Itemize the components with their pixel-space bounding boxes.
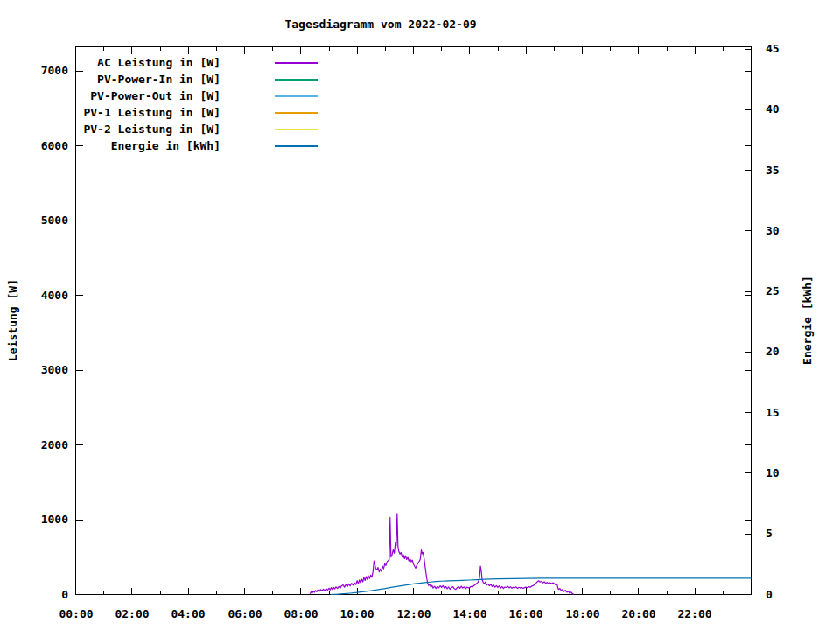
series-line-ac-leistung-in-w (310, 514, 573, 595)
legend-item-pv-power-out-in-w: PV-Power-Out in [W] (0, 88, 368, 105)
x-axis-tick-label: 22:00 (667, 607, 723, 621)
x-axis-tick-label: 10:00 (329, 607, 385, 621)
legend-label: PV-1 Leistung in [W] (0, 106, 220, 120)
legend-label: PV-2 Leistung in [W] (0, 122, 220, 136)
left-axis-tick-label: 7000 (35, 64, 68, 78)
legend-line-sample (275, 112, 318, 114)
right-axis-tick-label: 45 (766, 42, 780, 56)
left-axis-tick-label: 1000 (35, 513, 68, 527)
daily-pv-chart: Tagesdiagramm vom 2022-02-09 Leistung [W… (0, 0, 840, 630)
left-axis-tick-label: 2000 (35, 438, 68, 452)
x-axis-tick-label: 16:00 (498, 607, 554, 621)
legend-item-pv-1-leistung-in-w: PV-1 Leistung in [W] (0, 105, 368, 122)
right-axis-tick-label: 30 (766, 224, 780, 238)
left-axis-tick-label: 0 (35, 588, 68, 602)
x-axis-tick-label: 12:00 (386, 607, 442, 621)
legend-label: AC Leistung in [W] (0, 56, 220, 70)
left-axis-tick-label: 3000 (35, 363, 68, 377)
x-axis-tick-label: 14:00 (442, 607, 498, 621)
legend-label: PV-Power-In in [W] (0, 73, 220, 87)
legend-label: Energie in [kWh] (0, 139, 220, 153)
legend-label: PV-Power-Out in [W] (0, 89, 220, 103)
x-axis-tick-label: 00:00 (48, 607, 104, 621)
chart-title: Tagesdiagramm vom 2022-02-09 (0, 18, 761, 32)
right-axis-tick-label: 15 (766, 406, 780, 420)
legend-line-sample (275, 145, 318, 147)
series-line-energie-in-kwh (331, 578, 752, 595)
x-axis-tick-label: 04:00 (160, 607, 216, 621)
right-axis-tick-label: 0 (766, 588, 773, 602)
right-axis-tick-label: 5 (766, 527, 773, 541)
left-axis-title: Leistung [W] (6, 279, 20, 361)
right-axis-tick-label: 35 (766, 164, 780, 178)
right-axis-tick-label: 10 (766, 466, 780, 480)
legend-item-pv-2-leistung-in-w: PV-2 Leistung in [W] (0, 122, 368, 138)
left-axis-tick-label: 6000 (35, 139, 68, 153)
right-axis-title: Energie [kWh] (801, 276, 815, 365)
x-axis-tick-label: 18:00 (555, 607, 611, 621)
x-axis-tick-label: 08:00 (273, 607, 329, 621)
x-axis-tick-label: 20:00 (611, 607, 667, 621)
x-axis-tick-label: 02:00 (104, 607, 160, 621)
right-axis-tick-label: 40 (766, 102, 780, 116)
left-axis-tick-label: 4000 (35, 289, 68, 303)
legend-line-sample (275, 129, 318, 130)
x-axis-tick-label: 06:00 (217, 607, 273, 621)
right-axis-tick-label: 20 (766, 345, 780, 359)
right-axis-tick-label: 25 (766, 284, 780, 298)
legend-line-sample (275, 79, 318, 80)
left-axis-tick-label: 5000 (35, 214, 68, 228)
legend-line-sample (275, 95, 318, 97)
legend-line-sample (275, 62, 318, 64)
